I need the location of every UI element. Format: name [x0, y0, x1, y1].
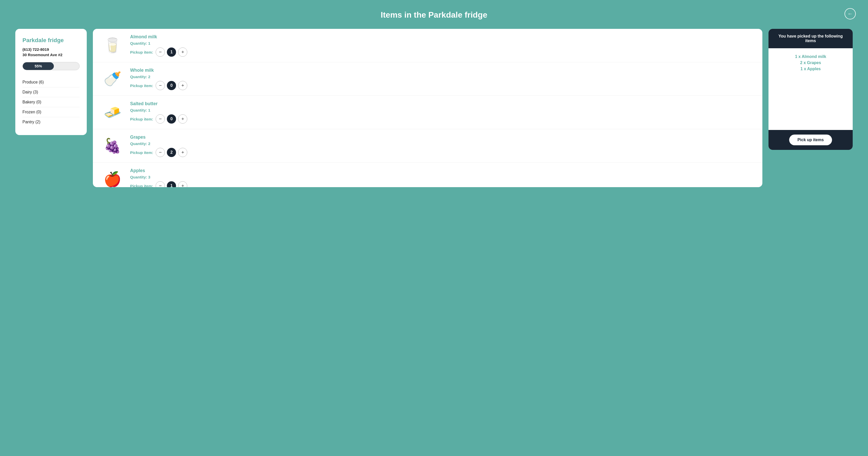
- item-quantity-3: Quantity: 2: [130, 141, 754, 146]
- fridge-address: 30 Rosemount Ave #2: [23, 53, 80, 57]
- item-name-0: Almond milk: [130, 34, 754, 39]
- item-name-3: Grapes: [130, 135, 754, 140]
- item-name-2: Salted butter: [130, 101, 754, 107]
- stepper-2: − 0 +: [156, 114, 187, 123]
- cart-header: You have picked up the following items: [769, 29, 853, 48]
- cart-panel: You have picked up the following items 1…: [769, 29, 853, 150]
- item-quantity-2: Quantity: 1: [130, 108, 754, 112]
- stepper-plus-2[interactable]: +: [178, 114, 187, 123]
- main-layout: Parkdale fridge (613) 722-8019 30 Rosemo…: [15, 29, 853, 187]
- stepper-minus-3[interactable]: −: [156, 148, 165, 157]
- cart-item-line: 2 x Grapes: [775, 60, 846, 65]
- item-details-3: Grapes Quantity: 2 Pickup item: − 2 +: [130, 135, 754, 157]
- item-row: 🍼 Whole milk Quantity: 2 Pickup item: − …: [93, 62, 763, 96]
- item-details-4: Apples Quantity: 3 Pickup item: − 1 +: [130, 168, 754, 187]
- fridge-name: Parkdale fridge: [23, 37, 80, 44]
- item-details-0: Almond milk Quantity: 1 Pickup item: − 1…: [130, 34, 754, 57]
- category-item[interactable]: Bakery (0): [23, 97, 80, 107]
- category-item[interactable]: Pantry (2): [23, 117, 80, 127]
- pickup-row-0: Pickup item: − 1 +: [130, 48, 754, 57]
- item-details-1: Whole milk Quantity: 2 Pickup item: − 0 …: [130, 68, 754, 90]
- item-quantity-0: Quantity: 1: [130, 41, 754, 46]
- stepper-plus-4[interactable]: +: [178, 181, 187, 187]
- progress-bar-container: 55%: [23, 62, 80, 70]
- pickup-label-1: Pickup item:: [130, 84, 153, 88]
- stepper-minus-4[interactable]: −: [156, 181, 165, 187]
- item-row: 🍎 Apples Quantity: 3 Pickup item: − 1 +: [93, 163, 763, 187]
- pickup-row-2: Pickup item: − 0 +: [130, 114, 754, 123]
- sidebar-panel: Parkdale fridge (613) 722-8019 30 Rosemo…: [15, 29, 87, 135]
- stepper-minus-2[interactable]: −: [156, 114, 165, 123]
- item-image-3: 🍇: [101, 134, 124, 157]
- pickup-label-4: Pickup item:: [130, 184, 153, 188]
- stepper-minus-1[interactable]: −: [156, 81, 165, 90]
- item-row: 🥛 Almond milk Quantity: 1 Pickup item: −…: [93, 29, 763, 62]
- stepper-value-3: 2: [167, 148, 176, 157]
- cart-item-line: 1 x Almond milk: [775, 54, 846, 59]
- category-list: Produce (6)Dairy (3)Bakery (0)Frozen (0)…: [23, 77, 80, 127]
- item-quantity-1: Quantity: 2: [130, 75, 754, 79]
- item-name-4: Apples: [130, 168, 754, 173]
- stepper-3: − 2 +: [156, 148, 187, 157]
- item-image-1: 🍼: [101, 67, 124, 90]
- item-quantity-4: Quantity: 3: [130, 175, 754, 179]
- stepper-minus-0[interactable]: −: [156, 48, 165, 57]
- fridge-phone: (613) 722-8019: [23, 47, 80, 52]
- cart-item-line: 1 x Apples: [775, 67, 846, 71]
- item-row: 🍇 Grapes Quantity: 2 Pickup item: − 2 +: [93, 129, 763, 163]
- category-item[interactable]: Frozen (0): [23, 107, 80, 117]
- back-arrow-icon: ←: [847, 11, 853, 17]
- stepper-value-0: 1: [167, 48, 176, 57]
- stepper-plus-0[interactable]: +: [178, 48, 187, 57]
- pickup-label-0: Pickup item:: [130, 50, 153, 54]
- item-name-1: Whole milk: [130, 68, 754, 73]
- cart-items-area: 1 x Almond milk2 x Grapes1 x Apples: [769, 48, 853, 130]
- progress-bar-fill: 55%: [23, 62, 54, 70]
- item-image-4: 🍎: [101, 168, 124, 187]
- category-item[interactable]: Dairy (3): [23, 87, 80, 97]
- stepper-value-1: 0: [167, 81, 176, 90]
- stepper-0: − 1 +: [156, 48, 187, 57]
- item-details-2: Salted butter Quantity: 1 Pickup item: −…: [130, 101, 754, 123]
- item-row: 🧈 Salted butter Quantity: 1 Pickup item:…: [93, 96, 763, 129]
- items-panel: 🥛 Almond milk Quantity: 1 Pickup item: −…: [93, 29, 763, 187]
- pickup-row-4: Pickup item: − 1 +: [130, 181, 754, 187]
- stepper-1: − 0 +: [156, 81, 187, 90]
- category-item[interactable]: Produce (6): [23, 77, 80, 87]
- stepper-4: − 1 +: [156, 181, 187, 187]
- item-image-0: 🥛: [101, 34, 124, 57]
- back-button[interactable]: ←: [844, 8, 856, 20]
- stepper-value-2: 0: [167, 114, 176, 123]
- pickup-row-3: Pickup item: − 2 +: [130, 148, 754, 157]
- stepper-plus-1[interactable]: +: [178, 81, 187, 90]
- cart-footer: Pick up items: [769, 130, 853, 150]
- pickup-label-3: Pickup item:: [130, 150, 153, 155]
- pickup-items-button[interactable]: Pick up items: [789, 135, 832, 145]
- stepper-value-4: 1: [167, 181, 176, 187]
- pickup-label-2: Pickup item:: [130, 117, 153, 121]
- stepper-plus-3[interactable]: +: [178, 148, 187, 157]
- item-image-2: 🧈: [101, 101, 124, 124]
- page-title: Items in the Parkdale fridge: [15, 10, 853, 20]
- pickup-row-1: Pickup item: − 0 +: [130, 81, 754, 90]
- progress-label: 55%: [35, 64, 42, 68]
